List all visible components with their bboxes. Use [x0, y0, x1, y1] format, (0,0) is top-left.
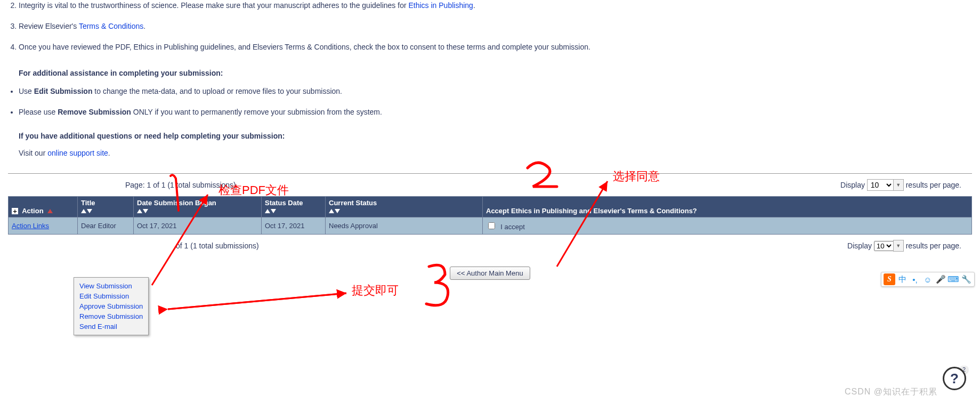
instruction-4: Once you have reviewed the PDF, Ethics i… [19, 42, 961, 53]
dropdown-arrow-icon[interactable]: ▼ [893, 240, 904, 252]
author-main-menu-button[interactable]: << Author Main Menu [450, 267, 530, 280]
priority-icon [47, 209, 53, 213]
ime-settings-icon[interactable]: 🔧 [960, 273, 972, 280]
table-row: Action Links Dear Editor Oct 17, 2021 Oc… [9, 217, 972, 235]
th-accept: Accept Ethics in Publishing and Elsevier… [483, 197, 972, 217]
table-header-row: ＋ Action Title Date Submission Began Sta… [9, 197, 972, 217]
cell-title: Dear Editor [78, 217, 134, 235]
questions-header: If you have additional questions or need… [19, 132, 961, 140]
instruction-3: Review Elsevier's Terms & Conditions. [19, 21, 961, 32]
visit-line: Visit our online support site. [19, 149, 961, 157]
ime-keyboard-icon[interactable]: ⌨ [947, 273, 959, 280]
separator [8, 173, 972, 174]
ime-mic-icon[interactable]: 🎤 [935, 273, 946, 280]
action-links-menu: View Submission Edit Submission Approve … [74, 277, 149, 280]
action-links[interactable]: Action Links [12, 222, 49, 230]
sort-up-icon[interactable] [329, 209, 334, 213]
accept-checkbox[interactable] [488, 222, 495, 229]
ime-logo-icon[interactable]: S [884, 273, 895, 280]
sort-up-icon[interactable] [137, 209, 142, 213]
th-title: Title [78, 197, 134, 217]
ime-lang-icon[interactable]: 中 [896, 273, 908, 280]
sort-down-icon[interactable] [143, 209, 148, 213]
th-status-date: Status Date [262, 197, 326, 217]
expand-all-icon[interactable]: ＋ [12, 208, 18, 214]
ime-punct-icon[interactable]: •, [909, 273, 921, 280]
cell-current-status: Needs Approval [326, 217, 483, 235]
ime-emoji-icon[interactable]: ☺ [922, 273, 934, 280]
instruction-2: Integrity is vital to the trustworthines… [19, 0, 961, 11]
assistance-list: Use Edit Submission to change the meta-d… [19, 86, 961, 118]
assistance-header: For additional assistance in completing … [19, 69, 961, 77]
page-info-bottom: of 1 (1 total submissions) [176, 241, 259, 250]
instructions-list: Integrity is vital to the trustworthines… [19, 0, 961, 53]
display-control-top: Display 10 ▼ results per page. [840, 179, 961, 191]
terms-link[interactable]: Terms & Conditions [79, 22, 143, 30]
cell-date-began: Oct 17, 2021 [134, 217, 262, 235]
sort-down-icon[interactable] [87, 209, 92, 213]
th-action: ＋ Action [9, 197, 78, 217]
sort-up-icon[interactable] [81, 209, 86, 213]
ethics-link[interactable]: Ethics in Publishing [408, 1, 473, 10]
bullet-remove: Please use Remove Submission ONLY if you… [19, 107, 961, 118]
th-date-began: Date Submission Began [134, 197, 262, 217]
page-bar-bottom: x of 1 (1 total submissions) Display 10 … [8, 235, 972, 257]
display-control-bottom: Display 10 ▼ results per page. [847, 240, 961, 252]
sort-up-icon[interactable] [265, 209, 270, 213]
submissions-table: ＋ Action Title Date Submission Began Sta… [8, 196, 972, 235]
sort-down-icon[interactable] [271, 209, 276, 213]
results-per-page-select-top[interactable]: 10 [867, 179, 894, 191]
cell-status-date: Oct 17, 2021 [262, 217, 326, 235]
bullet-edit: Use Edit Submission to change the meta-d… [19, 86, 961, 97]
results-per-page-select-bottom[interactable]: 10 [874, 241, 894, 251]
support-link[interactable]: online support site [47, 149, 108, 157]
page-info-top: Page: 1 of 1 (1 total submissions) [125, 181, 236, 189]
cell-accept: I accept [483, 217, 972, 235]
ime-toolbar: S 中 •, ☺ 🎤 ⌨ 🔧 [881, 272, 975, 280]
page-bar-top: Page: 1 of 1 (1 total submissions) Displ… [8, 177, 972, 196]
sort-down-icon[interactable] [335, 209, 340, 213]
th-current-status: Current Status [326, 197, 483, 217]
dropdown-arrow-icon[interactable]: ▼ [893, 179, 904, 191]
